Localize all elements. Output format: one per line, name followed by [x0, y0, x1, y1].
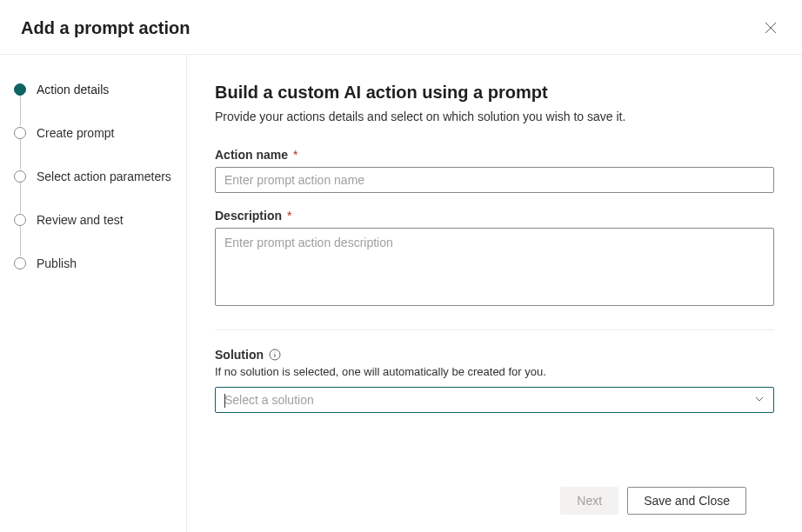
action-name-label: Action name *	[215, 148, 774, 162]
field-solution: Solution If no solution is selected, one…	[215, 348, 774, 413]
next-button[interactable]: Next	[560, 487, 618, 515]
wizard-sidebar: Action details Create prompt Select acti…	[0, 55, 187, 532]
description-label: Description *	[215, 209, 774, 223]
page-heading: Build a custom AI action using a prompt	[215, 83, 774, 103]
step-indicator-icon	[14, 127, 26, 139]
dialog-title: Add a prompt action	[21, 18, 190, 38]
dialog-body: Action details Create prompt Select acti…	[0, 55, 802, 532]
section-divider	[215, 329, 774, 330]
step-select-parameters[interactable]: Select action parameters	[14, 170, 172, 213]
step-indicator-icon	[14, 83, 26, 96]
svg-point-4	[274, 351, 275, 352]
select-placeholder: Select a solution	[224, 393, 314, 407]
main-content: Build a custom AI action using a prompt …	[215, 83, 774, 473]
solution-label: Solution	[215, 348, 264, 362]
action-name-input[interactable]	[215, 167, 774, 193]
field-description: Description *	[215, 209, 774, 309]
step-label: Publish	[37, 256, 77, 270]
step-label: Select action parameters	[37, 170, 171, 183]
label-text: Action name	[215, 148, 288, 162]
close-icon	[764, 21, 778, 35]
step-label: Create prompt	[37, 126, 114, 140]
info-icon[interactable]	[269, 349, 281, 361]
required-marker: *	[287, 209, 291, 223]
step-label: Action details	[37, 83, 109, 96]
step-indicator-icon	[14, 170, 26, 183]
step-create-prompt[interactable]: Create prompt	[14, 126, 172, 170]
required-marker: *	[293, 148, 297, 162]
step-indicator-icon	[14, 257, 26, 269]
solution-select[interactable]: Select a solution	[215, 387, 774, 413]
dialog-header: Add a prompt action	[0, 0, 802, 55]
wizard-steps: Action details Create prompt Select acti…	[14, 83, 172, 270]
dialog-footer: Next Save and Close	[215, 473, 774, 532]
chevron-down-icon	[754, 393, 765, 407]
step-label: Review and test	[37, 213, 124, 227]
step-review-test[interactable]: Review and test	[14, 213, 172, 256]
text-cursor-icon	[224, 394, 225, 408]
close-button[interactable]	[760, 17, 781, 38]
step-action-details[interactable]: Action details	[14, 83, 172, 126]
page-lead: Provide your actions details and select …	[215, 110, 774, 123]
step-publish[interactable]: Publish	[14, 256, 172, 270]
main-panel: Build a custom AI action using a prompt …	[187, 55, 802, 532]
step-indicator-icon	[14, 214, 26, 226]
description-input[interactable]	[215, 228, 774, 306]
solution-helper: If no solution is selected, one will aut…	[215, 365, 774, 378]
label-text: Description	[215, 209, 282, 223]
field-action-name: Action name *	[215, 148, 774, 193]
save-and-close-button[interactable]: Save and Close	[627, 487, 746, 515]
